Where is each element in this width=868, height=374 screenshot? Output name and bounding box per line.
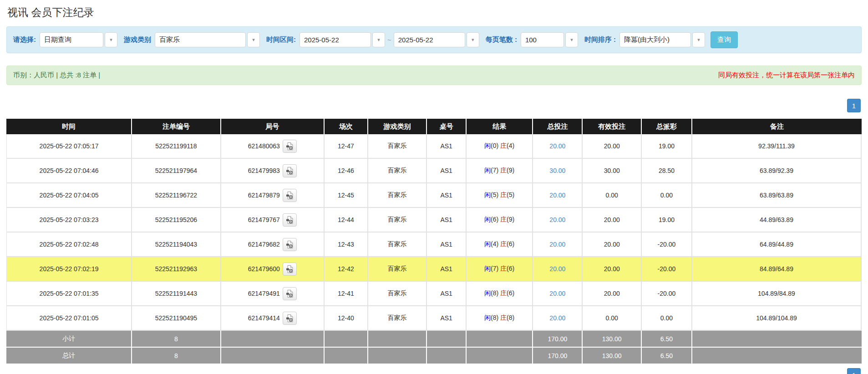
- round-id-with-video: 621479600: [248, 263, 297, 276]
- video-replay-button[interactable]: [283, 287, 297, 300]
- video-replay-button[interactable]: [283, 312, 297, 325]
- cell-valid-bet: 0.00: [583, 306, 642, 331]
- cell-payout: 0.00: [642, 183, 692, 208]
- footer-round: [221, 331, 325, 348]
- round-id: 621479414: [248, 314, 280, 322]
- pagination-top: 1: [6, 99, 861, 112]
- chevron-down-icon[interactable]: ▾: [372, 32, 385, 47]
- round-id-with-video: 621479879: [248, 189, 297, 202]
- column-header: 桌号: [427, 119, 466, 134]
- cell-remark: 63.89/63.89: [692, 183, 862, 208]
- footer-result: [467, 331, 533, 348]
- cell-round: 621479879: [221, 183, 325, 208]
- cell-game-type: 百家乐: [368, 208, 427, 232]
- cell-round: 621480063: [221, 134, 325, 159]
- video-replay-button[interactable]: [283, 140, 297, 153]
- column-header: 注单编号: [132, 119, 221, 134]
- cell-time: 2025-05-22 07:05:17: [6, 134, 132, 159]
- page-size-input[interactable]: [521, 32, 564, 47]
- cell-time: 2025-05-22 07:02:48: [6, 232, 132, 257]
- cell-bet-id: 522521199118: [132, 134, 221, 159]
- footer-round: [221, 348, 325, 364]
- cell-time: 2025-05-22 07:04:46: [6, 159, 132, 183]
- cell-total-bet: 20.00: [533, 257, 583, 282]
- summary-bar: 币别：人民币 | 总共 :8 注单 | 同局有效投注，统一计算在该局第一张注单内: [6, 66, 862, 85]
- cell-result: 闲(5) 庄(5): [467, 183, 533, 208]
- cell-valid-bet: 30.00: [583, 159, 642, 183]
- player-result: 闲: [484, 265, 491, 272]
- chevron-down-icon[interactable]: ▾: [247, 32, 260, 47]
- cell-remark: 64.89/44.89: [692, 232, 862, 257]
- cell-time: 2025-05-22 07:03:23: [6, 208, 132, 232]
- cell-round: 621479414: [221, 306, 325, 331]
- video-replay-button[interactable]: [283, 263, 297, 276]
- page-1-button[interactable]: 1: [847, 368, 861, 374]
- chevron-down-icon[interactable]: ▾: [105, 32, 117, 47]
- column-header: 局号: [221, 119, 325, 134]
- footer-game: [368, 348, 427, 364]
- total-bet-link[interactable]: 20.00: [549, 314, 565, 322]
- query-type-select[interactable]: [40, 32, 103, 47]
- date-from-input[interactable]: [299, 32, 371, 47]
- chevron-down-icon[interactable]: ▾: [565, 32, 578, 47]
- video-replay-button[interactable]: [283, 213, 297, 227]
- video-replay-button[interactable]: [283, 238, 297, 251]
- column-header: 时间: [6, 119, 132, 134]
- game-type-select[interactable]: [155, 32, 246, 47]
- total-bet-link[interactable]: 20.00: [549, 142, 565, 150]
- video-file-icon: [286, 216, 294, 224]
- sort-order-select[interactable]: [619, 32, 691, 47]
- round-id-with-video: 621479491: [248, 287, 297, 300]
- pagination-bottom: 1: [6, 368, 861, 374]
- total-bet-link[interactable]: 20.00: [549, 290, 565, 297]
- cell-session: 12-40: [325, 306, 368, 331]
- total-bet-link[interactable]: 20.00: [549, 265, 565, 273]
- video-replay-button[interactable]: [283, 189, 297, 202]
- date-from-combobox: ▾: [299, 32, 385, 47]
- cell-payout: -20.00: [642, 232, 692, 257]
- cell-table-no: AS1: [427, 282, 466, 306]
- footer-payout: 6.50: [642, 331, 692, 348]
- round-id: 621479491: [248, 290, 280, 297]
- cell-session: 12-43: [325, 232, 368, 257]
- footer-total-bet: 170.00: [533, 331, 583, 348]
- footer-table-no: [427, 348, 466, 364]
- cell-result: 闲(4) 庄(6): [467, 232, 533, 257]
- cell-payout: 19.00: [642, 134, 692, 159]
- cell-session: 12-44: [325, 208, 368, 232]
- chevron-down-icon[interactable]: ▾: [692, 32, 705, 47]
- banker-result: 庄: [500, 191, 507, 198]
- footer-remark: [692, 348, 862, 364]
- total-bet-link[interactable]: 20.00: [549, 216, 565, 223]
- cell-table-no: AS1: [427, 159, 466, 183]
- cell-total-bet: 20.00: [533, 306, 583, 331]
- filter-bar: 请选择: ▾ 游戏类别 ▾ 时间区间: ▾ ~ ▾ 每页笔数 : ▾ 时间排序 …: [6, 26, 862, 53]
- cell-total-bet: 20.00: [533, 208, 583, 232]
- chevron-down-icon[interactable]: ▾: [467, 32, 479, 47]
- round-id: 621479879: [248, 192, 280, 199]
- total-bet-link[interactable]: 20.00: [549, 241, 565, 248]
- banker-result: 庄: [500, 240, 507, 248]
- banker-result: 庄: [500, 265, 507, 272]
- round-id-with-video: 621480063: [248, 140, 297, 153]
- cell-round: 621479682: [221, 232, 325, 257]
- video-file-icon: [286, 289, 294, 298]
- total-bet-link[interactable]: 30.00: [549, 167, 565, 174]
- cell-table-no: AS1: [427, 232, 466, 257]
- cell-session: 12-46: [325, 159, 368, 183]
- cell-session: 12-45: [325, 183, 368, 208]
- column-header: 总投注: [533, 119, 583, 134]
- cell-total-bet: 30.00: [533, 159, 583, 183]
- date-to-input[interactable]: [394, 32, 465, 47]
- cell-result: 闲(8) 庄(6): [467, 282, 533, 306]
- page-1-button[interactable]: 1: [847, 99, 861, 112]
- total-bet-link[interactable]: 20.00: [549, 192, 565, 199]
- table-row: 2025-05-22 07:05:17522521199118621480063…: [6, 134, 862, 159]
- video-file-icon: [286, 167, 294, 175]
- footer-table-no: [427, 331, 466, 348]
- footer-session: [325, 331, 368, 348]
- cell-table-no: AS1: [427, 208, 466, 232]
- table-row: 2025-05-22 07:02:19522521192963621479600…: [6, 257, 862, 282]
- search-button[interactable]: 查询: [711, 31, 738, 48]
- video-replay-button[interactable]: [283, 164, 297, 177]
